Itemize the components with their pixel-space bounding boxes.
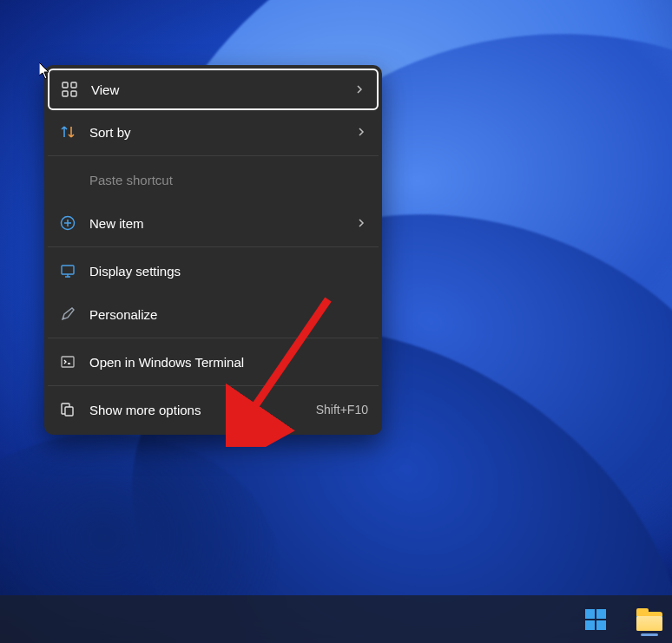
plus-circle-icon [58, 213, 77, 233]
menu-label: Open in Windows Terminal [89, 355, 368, 370]
svg-rect-10 [585, 609, 595, 619]
menu-separator [48, 246, 379, 247]
taskbar[interactable] [0, 595, 672, 643]
svg-rect-8 [65, 407, 73, 416]
menu-separator [48, 385, 379, 386]
show-more-icon [58, 400, 77, 419]
personalize-icon [58, 305, 77, 324]
terminal-icon [58, 352, 77, 371]
menu-item-view[interactable]: View [48, 69, 379, 110]
menu-label: Show more options [89, 403, 316, 417]
menu-item-personalize[interactable]: Personalize [48, 292, 379, 336]
menu-item-sort-by[interactable]: Sort by [48, 110, 379, 154]
svg-rect-2 [63, 91, 68, 96]
menu-label: Display settings [89, 264, 368, 279]
svg-rect-6 [62, 357, 74, 367]
svg-rect-13 [596, 620, 606, 630]
desktop-context-menu: View Sort by Paste shortcut New item [44, 65, 382, 435]
menu-item-paste-shortcut: Paste shortcut [48, 158, 379, 201]
svg-rect-11 [596, 609, 606, 619]
start-button[interactable] [576, 600, 615, 639]
sort-icon [58, 122, 77, 141]
svg-rect-1 [71, 82, 76, 88]
active-app-indicator [641, 633, 658, 636]
menu-label: Sort by [89, 125, 354, 140]
windows-logo-icon [584, 608, 607, 631]
menu-item-open-terminal[interactable]: Open in Windows Terminal [48, 340, 379, 384]
menu-label: New item [89, 216, 354, 231]
menu-label: View [91, 82, 352, 97]
svg-rect-3 [71, 91, 76, 96]
chevron-right-icon [352, 82, 366, 96]
menu-item-display-settings[interactable]: Display settings [48, 249, 379, 292]
menu-label: Paste shortcut [89, 173, 368, 187]
svg-rect-12 [585, 620, 595, 630]
file-explorer-icon [636, 608, 662, 631]
menu-item-new[interactable]: New item [48, 201, 379, 245]
menu-separator [48, 155, 379, 156]
svg-rect-0 [63, 82, 68, 88]
menu-label: Personalize [89, 307, 368, 322]
menu-item-show-more-options[interactable]: Show more options Shift+F10 [48, 388, 379, 431]
chevron-right-icon [354, 125, 368, 139]
file-explorer-button[interactable] [630, 600, 669, 639]
svg-rect-5 [62, 266, 74, 274]
menu-shortcut: Shift+F10 [316, 403, 368, 417]
display-icon [58, 261, 77, 280]
mouse-cursor-icon [39, 62, 51, 80]
chevron-right-icon [354, 216, 368, 230]
view-icon [60, 80, 79, 99]
menu-separator [48, 338, 379, 338]
